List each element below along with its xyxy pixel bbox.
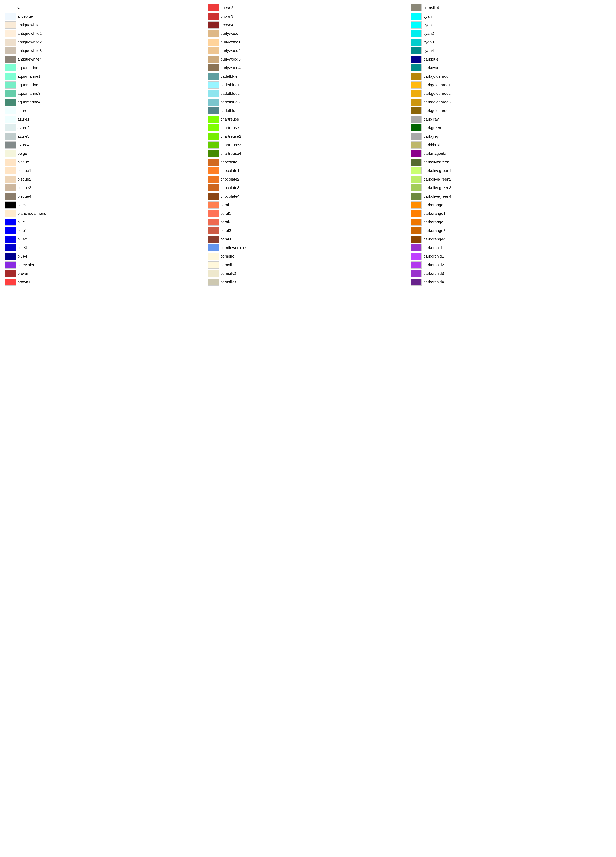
color-item: cadetblue3 [207, 98, 410, 107]
color-name: darkorange1 [423, 211, 446, 216]
color-swatch [5, 244, 16, 251]
color-swatch [208, 150, 219, 157]
color-name: darkolivegreen2 [423, 177, 451, 182]
color-swatch [411, 176, 421, 183]
color-name: darkgoldenrod3 [423, 100, 450, 104]
color-name: darkgray [423, 117, 439, 122]
color-swatch [208, 116, 219, 123]
color-swatch [5, 107, 16, 114]
color-item: darkmagenta [409, 149, 613, 158]
color-swatch [208, 64, 219, 71]
color-name: beige [17, 151, 27, 156]
color-swatch [208, 56, 219, 63]
color-item: beige [3, 149, 207, 158]
color-item: burlywood4 [207, 63, 410, 72]
color-item: darkorange [409, 201, 613, 209]
color-name: darkmagenta [423, 151, 446, 156]
color-swatch [411, 244, 421, 251]
color-item: chocolate1 [207, 166, 410, 175]
color-item: cornsilk [207, 252, 410, 261]
color-name: coral1 [220, 211, 231, 216]
color-item: aquamarine3 [3, 89, 207, 98]
color-item: darkgreen [409, 124, 613, 132]
color-swatch [411, 133, 421, 140]
color-swatch [411, 253, 421, 260]
color-name: blue4 [17, 254, 27, 259]
color-swatch [5, 150, 16, 157]
color-item: darkgoldenrod3 [409, 98, 613, 107]
color-item: darkolivegreen2 [409, 175, 613, 184]
color-swatch [208, 184, 219, 192]
color-name: burlywood2 [220, 48, 241, 53]
color-name: chartreuse4 [220, 151, 241, 156]
color-item: blue1 [3, 226, 207, 235]
color-swatch [411, 218, 421, 226]
color-item: chartreuse3 [207, 141, 410, 149]
color-swatch [411, 56, 421, 63]
color-swatch [5, 124, 16, 131]
color-name: darkolivegreen1 [423, 169, 451, 173]
color-name: darkolivegreen3 [423, 186, 451, 190]
color-name: cadetblue2 [220, 91, 240, 96]
color-name: chocolate3 [220, 186, 240, 190]
color-item: chartreuse4 [207, 149, 410, 158]
color-swatch [411, 99, 421, 106]
color-grid: whitebrown2cornsilk4alicebluebrown3cyana… [3, 3, 613, 286]
color-name: cadetblue3 [220, 100, 240, 104]
color-item: brown1 [3, 278, 207, 286]
color-name: blue3 [17, 246, 27, 250]
color-name: darkkhaki [423, 143, 440, 147]
color-name: cornsilk3 [220, 280, 236, 285]
color-item: darkolivegreen [409, 158, 613, 166]
color-item: darkorchid [409, 243, 613, 252]
color-item: chocolate3 [207, 184, 410, 192]
color-swatch [208, 278, 219, 286]
color-name: blue1 [17, 228, 27, 233]
color-swatch [5, 141, 16, 149]
color-item: azure2 [3, 124, 207, 132]
color-name: bisque2 [17, 177, 31, 182]
color-swatch [411, 201, 421, 209]
color-item: darkblue [409, 55, 613, 63]
color-swatch [208, 13, 219, 20]
color-item: blueviolet [3, 261, 207, 269]
color-item: bisque3 [3, 184, 207, 192]
color-name: cyan1 [423, 23, 434, 27]
color-name: blanchedalmond [17, 211, 46, 216]
color-item: darkolivegreen3 [409, 184, 613, 192]
color-item: bisque1 [3, 166, 207, 175]
color-swatch [5, 73, 16, 80]
color-item: azure4 [3, 141, 207, 149]
color-item: darkolivegreen4 [409, 192, 613, 201]
color-swatch [5, 159, 16, 166]
color-swatch [5, 39, 16, 46]
color-item: burlywood [207, 29, 410, 38]
color-swatch [411, 39, 421, 46]
color-swatch [411, 90, 421, 97]
color-swatch [208, 22, 219, 29]
color-name: darkgoldenrod2 [423, 91, 450, 96]
color-item: burlywood2 [207, 46, 410, 55]
color-swatch [411, 167, 421, 174]
color-item: cyan4 [409, 46, 613, 55]
color-name: bisque4 [17, 194, 31, 199]
color-item: cornsilk4 [409, 3, 613, 12]
color-name: cornsilk2 [220, 271, 236, 276]
color-swatch [411, 270, 421, 277]
color-name: cadetblue4 [220, 108, 240, 113]
color-swatch [208, 90, 219, 97]
color-name: darkolivegreen4 [423, 194, 451, 199]
color-item: cornsilk1 [207, 261, 410, 269]
color-name: aquamarine [17, 65, 38, 70]
color-name: darkolivegreen [423, 160, 449, 164]
color-name: blueviolet [17, 263, 34, 267]
color-item: coral4 [207, 235, 410, 243]
color-swatch [411, 116, 421, 123]
color-name: darkorange3 [423, 228, 446, 233]
color-item: darkolivegreen1 [409, 166, 613, 175]
color-name: aquamarine4 [17, 100, 40, 104]
color-swatch [5, 90, 16, 97]
color-item: blue [3, 218, 207, 226]
color-name: burlywood [220, 31, 238, 36]
color-item: blanchedalmond [3, 209, 207, 218]
